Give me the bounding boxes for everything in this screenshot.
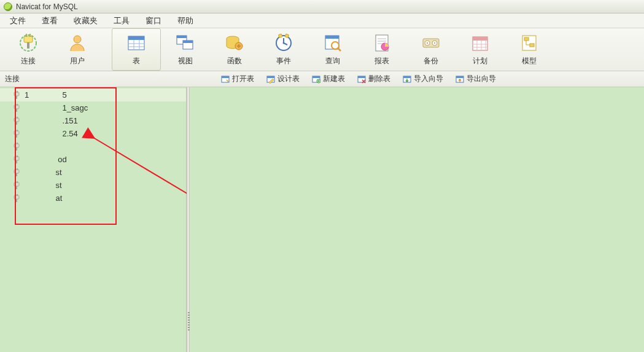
connection-item[interactable] [0,140,186,153]
export-wizard-button[interactable]: 导出向导 [456,74,496,84]
toolbar-view-button[interactable]: 视图 [161,28,210,71]
import-wizard-label: 导入向导 [414,74,443,84]
svg-rect-92 [15,181,17,183]
delete-table-label: 删除表 [368,74,390,84]
toolbar-report-button[interactable]: 报表 [357,28,406,71]
svg-point-5 [74,36,81,43]
svg-rect-22 [278,34,282,37]
svg-rect-3 [27,42,29,49]
calendar-icon [469,33,491,53]
connection-item[interactable]: st [0,179,186,192]
toolbar-query-label: 查询 [325,56,340,66]
plug-icon [12,155,21,164]
content-area [190,87,644,352]
svg-rect-87 [14,170,19,173]
menu-help[interactable]: 帮助 [177,15,193,26]
connection-label: od [25,155,67,164]
toolbar-model-label: 模型 [522,56,537,66]
plug-icon [12,143,21,151]
toolbar-event-button[interactable]: 事件 [259,28,308,71]
svg-rect-66 [16,96,17,99]
import-wizard-button[interactable]: 导入向导 [403,74,443,84]
svg-rect-79 [14,144,19,147]
svg-point-37 [434,42,435,44]
body: 1 5 1_sagc .151 2.54 od st st at [0,87,644,352]
connection-item[interactable]: 1_sagc [0,101,186,114]
toolbar-report-label: 报表 [374,56,389,66]
toolbar-table-label: 表 [133,56,140,66]
query-icon [322,33,344,53]
open-table-button[interactable]: 打开表 [221,74,254,84]
connection-label: 2.54 [25,129,78,138]
svg-rect-96 [15,194,17,196]
svg-rect-83 [14,157,19,160]
svg-rect-91 [14,182,19,186]
open-table-label: 打开表 [232,74,254,84]
svg-rect-90 [16,173,17,176]
connection-item[interactable]: 2.54 [0,127,186,140]
toolbar-function-button[interactable]: 函数 [210,28,259,71]
model-icon [518,33,540,53]
toolbar-user-button[interactable]: 用户 [53,28,102,71]
svg-rect-76 [15,130,17,131]
design-table-button[interactable]: 设计表 [266,74,300,84]
user-icon [66,33,88,53]
toolbar-connect-button[interactable]: 连接 [4,28,53,71]
menu-window[interactable]: 窗口 [145,15,161,26]
report-icon [371,33,393,53]
svg-rect-77 [17,130,18,131]
svg-rect-13 [177,36,187,38]
new-table-button[interactable]: 新建表 [312,74,345,84]
toolbar-table-button[interactable]: 表 [112,28,161,71]
import-icon [403,75,411,84]
svg-rect-63 [14,92,19,96]
toolbar-schedule-button[interactable]: 计划 [456,28,505,71]
connection-item[interactable]: st [0,166,186,179]
table-icon [125,33,147,53]
svg-rect-25 [325,36,339,39]
delete-table-icon [357,75,366,84]
svg-rect-74 [16,122,17,125]
toolbar-query-button[interactable]: 查询 [308,28,357,71]
svg-rect-81 [17,143,18,144]
toolbar-schedule-label: 计划 [473,56,487,66]
menu-view[interactable]: 查看 [42,15,58,26]
toolbar-view-label: 视图 [178,56,193,66]
connection-item[interactable]: 1 5 [0,88,186,101]
plug-icon [12,130,21,138]
function-icon [223,33,246,53]
plug-icon [12,168,21,177]
svg-rect-94 [16,186,17,189]
plug-icon [12,194,21,203]
main-toolbar: 连接 用户 表 视图 [0,28,644,71]
delete-table-button[interactable]: 删除表 [357,74,390,84]
svg-rect-65 [17,91,18,93]
svg-rect-64 [15,91,17,93]
connection-item[interactable]: at [0,192,186,205]
menu-file[interactable]: 文件 [10,15,26,26]
connection-item[interactable]: .151 [0,114,186,127]
svg-rect-85 [17,155,18,157]
svg-rect-68 [15,104,17,106]
svg-rect-75 [14,131,19,135]
menu-favorites[interactable]: 收藏夹 [74,15,98,26]
connection-sidebar: 1 5 1_sagc .151 2.54 od st st at [0,87,187,352]
svg-rect-89 [17,168,18,170]
toolbar-model-button[interactable]: 模型 [505,28,554,71]
svg-rect-58 [358,76,365,78]
svg-rect-70 [16,109,17,112]
export-icon [456,75,464,84]
svg-rect-80 [15,143,17,144]
svg-rect-93 [17,181,18,183]
connection-label: st [25,181,62,190]
connection-label: .151 [25,116,78,125]
svg-line-27 [338,48,341,51]
svg-rect-7 [128,36,144,40]
menubar: 文件 查看 收藏夹 工具 窗口 帮助 [0,14,644,28]
connection-item[interactable]: od [0,153,186,166]
menu-tools[interactable]: 工具 [114,15,130,26]
connection-panel-label: 连接 [5,74,189,84]
svg-rect-53 [267,76,274,78]
toolbar-backup-button[interactable]: 备份 [406,28,456,71]
sub-toolbar: 连接 打开表 设计表 新建表 删除表 导入向导 [0,71,644,87]
